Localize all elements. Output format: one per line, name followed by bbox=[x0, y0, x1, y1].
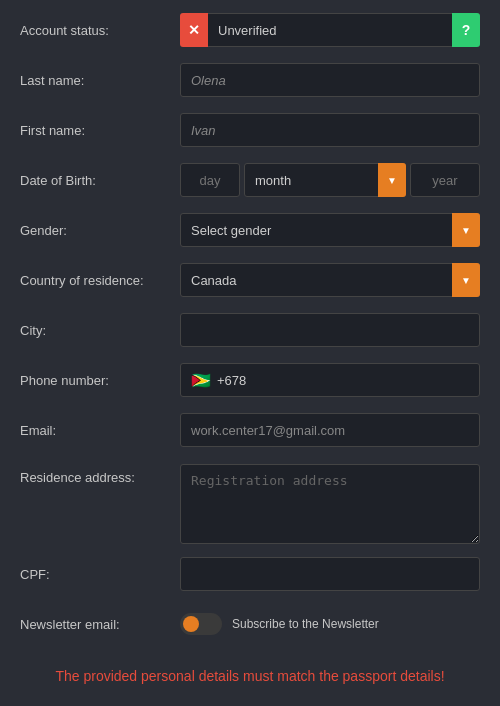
gender-row: Gender: Select gender Male Female Other bbox=[20, 210, 480, 250]
cpf-row: CPF: bbox=[20, 554, 480, 594]
country-select[interactable]: Canada United States United Kingdom Aust… bbox=[180, 263, 480, 297]
dob-month-wrapper: month January February March April May J… bbox=[244, 163, 406, 197]
email-input[interactable] bbox=[180, 413, 480, 447]
dob-day-input[interactable] bbox=[180, 163, 240, 197]
last-name-input[interactable] bbox=[180, 63, 480, 97]
account-status-wrapper: ✕ Unverified ? bbox=[180, 13, 480, 47]
newsletter-toggle[interactable] bbox=[180, 613, 222, 635]
newsletter-row: Newsletter email: Subscribe to the Newsl… bbox=[20, 604, 480, 644]
phone-wrapper: 🇬🇾 bbox=[180, 363, 480, 397]
email-label: Email: bbox=[20, 423, 180, 438]
city-label: City: bbox=[20, 323, 180, 338]
residence-label: Residence address: bbox=[20, 464, 180, 485]
residence-textarea[interactable] bbox=[180, 464, 480, 544]
email-row: Email: bbox=[20, 410, 480, 450]
country-select-wrapper: Canada United States United Kingdom Aust… bbox=[180, 263, 480, 297]
phone-row: Phone number: 🇬🇾 bbox=[20, 360, 480, 400]
toggle-thumb bbox=[183, 616, 199, 632]
first-name-row: First name: bbox=[20, 110, 480, 150]
newsletter-subscribe-text: Subscribe to the Newsletter bbox=[232, 617, 379, 631]
newsletter-label: Newsletter email: bbox=[20, 617, 180, 632]
status-question-button[interactable]: ? bbox=[452, 13, 480, 47]
toggle-track bbox=[180, 613, 222, 635]
status-x-button[interactable]: ✕ bbox=[180, 13, 208, 47]
account-status-value: Unverified bbox=[208, 13, 452, 47]
city-row: City: bbox=[20, 310, 480, 350]
last-name-row: Last name: bbox=[20, 60, 480, 100]
last-name-label: Last name: bbox=[20, 73, 180, 88]
account-status-row: Account status: ✕ Unverified ? bbox=[20, 10, 480, 50]
gender-select[interactable]: Select gender Male Female Other bbox=[180, 213, 480, 247]
phone-label: Phone number: bbox=[20, 373, 180, 388]
country-label: Country of residence: bbox=[20, 273, 180, 288]
first-name-label: First name: bbox=[20, 123, 180, 138]
dob-row: Date of Birth: month January February Ma… bbox=[20, 160, 480, 200]
newsletter-wrapper: Subscribe to the Newsletter bbox=[180, 613, 480, 635]
country-row: Country of residence: Canada United Stat… bbox=[20, 260, 480, 300]
account-status-label: Account status: bbox=[20, 23, 180, 38]
dob-label: Date of Birth: bbox=[20, 173, 180, 188]
cpf-input[interactable] bbox=[180, 557, 480, 591]
dob-year-input[interactable] bbox=[410, 163, 480, 197]
warning-message: The provided personal details must match… bbox=[20, 654, 480, 699]
city-input[interactable] bbox=[180, 313, 480, 347]
gender-select-wrapper: Select gender Male Female Other bbox=[180, 213, 480, 247]
residence-row: Residence address: bbox=[20, 460, 480, 544]
dob-wrapper: month January February March April May J… bbox=[180, 163, 480, 197]
dob-month-select[interactable]: month January February March April May J… bbox=[244, 163, 406, 197]
phone-input[interactable] bbox=[217, 373, 469, 388]
phone-flag-icon: 🇬🇾 bbox=[191, 371, 211, 390]
gender-label: Gender: bbox=[20, 223, 180, 238]
cpf-label: CPF: bbox=[20, 567, 180, 582]
first-name-input[interactable] bbox=[180, 113, 480, 147]
